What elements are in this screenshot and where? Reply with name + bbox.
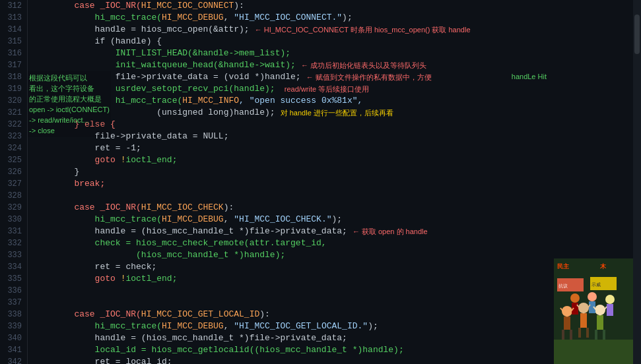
line-number: 314 — [0, 24, 22, 36]
token-punc: ): — [224, 202, 234, 212]
token-fn: check = hios_mcc_check_remote(attr.targe… — [33, 238, 327, 248]
line-number: 325 — [0, 154, 22, 166]
token-str: "HI_MCC_IOC_GET_LOCAL_ID." — [234, 321, 368, 331]
svg-text:民主: 民主 — [557, 262, 570, 270]
code-line: file->private_data = NULL; — [33, 131, 633, 142]
code-line: if (handle) { — [33, 36, 633, 47]
code-tokens: check = hios_mcc_check_remote(attr.targe… — [33, 237, 327, 249]
svg-point-15 — [588, 292, 597, 301]
cartoon-svg: 抗议 示威 民主 木 — [554, 258, 633, 364]
line-number: 316 — [0, 47, 22, 59]
svg-rect-11 — [595, 330, 597, 340]
code-tokens: INIT_LIST_HEAD(&handle->mem_list); — [33, 47, 290, 59]
code-line: } — [33, 166, 633, 178]
token-fn: hi_mcc_trace( — [33, 214, 162, 224]
svg-rect-6 — [580, 313, 587, 328]
code-tokens: break; — [33, 178, 105, 190]
line-number: 334 — [0, 261, 22, 273]
left-ann-line: open -> ioctl(CONNECT) — [29, 104, 110, 115]
code-tokens: goto !ioctl_end; — [33, 154, 177, 166]
line-number: 338 — [0, 309, 22, 320]
code-tokens: if (handle) { — [33, 36, 162, 47]
scrollbar[interactable] — [633, 0, 641, 364]
line-annotation: read/write 等后续接口使用 — [281, 83, 369, 95]
svg-text:木: 木 — [599, 263, 607, 270]
line-numbers: 3123133143153163173183193203213223233243… — [0, 0, 28, 364]
code-tokens: local_id = hios_mcc_getlocalid((hios_mcc… — [33, 344, 404, 356]
token-str: "HI_MCC_IOC_CONNECT." — [234, 13, 342, 22]
svg-rect-12 — [603, 330, 605, 340]
code-line: ret = local_id; — [33, 356, 633, 364]
code-tokens: hi_mcc_trace(HI_MCC_DEBUG, "HI_MCC_IOC_C… — [33, 12, 353, 24]
svg-rect-7 — [578, 328, 581, 338]
token-punc: , — [224, 321, 234, 331]
token-str: "HI_MCC_IOC_CHECK." — [234, 214, 331, 224]
left-ann-line: 根据这段代码可以 — [29, 73, 110, 83]
svg-rect-4 — [570, 330, 572, 340]
token-kw: goto — [33, 274, 121, 284]
code-line: ret = -1; — [33, 142, 633, 154]
code-line: case _IOC_NR(HI_MCC_IOC_CHECK): — [33, 202, 633, 214]
handle-label: handLe Hit — [510, 72, 549, 81]
code-line: case _IOC_NR(HI_MCC_IOC_CONNECT): — [33, 0, 633, 12]
line-number: 340 — [0, 332, 22, 344]
line-annotation: ← HI_MCC_IOC_CONNECT 时条用 hios_mcc_open()… — [255, 24, 471, 36]
line-number: 319 — [0, 83, 22, 95]
line-number: 337 — [0, 297, 22, 309]
line-number: 330 — [0, 214, 22, 226]
line-number: 339 — [0, 320, 22, 332]
left-ann-line: 的正常使用流程大概是 — [29, 94, 110, 104]
scrollbar-thumb[interactable] — [634, 15, 640, 54]
line-number: 323 — [0, 131, 22, 142]
svg-text:示威: 示威 — [591, 282, 601, 288]
editor-container: 3123133143153163173183193203213223233243… — [0, 0, 641, 364]
token-kw: goto — [33, 155, 121, 165]
code-tokens: handle = hios_mcc_open(&attr); — [33, 24, 250, 36]
code-line: goto !ioctl_end; — [33, 154, 633, 166]
line-number: 342 — [0, 356, 22, 364]
code-area[interactable]: case _IOC_NR(HI_MCC_IOC_CONNECT): hi_mcc… — [28, 0, 633, 364]
token-var: handle = hios_mcc_open(&attr); — [33, 24, 250, 34]
line-number: 321 — [0, 107, 22, 119]
svg-rect-10 — [597, 315, 603, 330]
code-tokens: handle = (hios_mcc_handle_t *)file->priv… — [33, 332, 347, 344]
token-macro: HI_MCC_IOC_GET_LOCAL_ID — [141, 309, 259, 319]
line-number: 328 — [0, 190, 22, 202]
code-tokens: case _IOC_NR(HI_MCC_IOC_CHECK): — [33, 202, 234, 214]
code-line: (unsigned long)handle);对 handle 进行一些配置，后… — [33, 107, 633, 119]
line-number: 313 — [0, 12, 22, 24]
code-line: hi_mcc_trace(HI_MCC_DEBUG, "HI_MCC_IOC_G… — [33, 320, 633, 332]
line-annotation: 对 handle 进行一些配置，后续再看 — [281, 107, 393, 119]
token-var: if (handle) { — [33, 36, 162, 46]
code-line — [33, 190, 633, 202]
code-line: init_waitqueue_head(&handle->wait);← 成功后… — [33, 59, 633, 71]
code-tokens: (hios_mcc_handle_t *)handle); — [33, 249, 285, 261]
code-line: } else { — [33, 119, 633, 131]
left-ann-line: -> read/write/ioct... — [29, 115, 110, 125]
token-kw: case _IOC_NR( — [33, 1, 141, 11]
line-number: 332 — [0, 237, 22, 249]
token-fn: INIT_LIST_HEAD(&handle->mem_list); — [33, 48, 290, 58]
code-tokens: init_waitqueue_head(&handle->wait); — [33, 59, 296, 71]
token-punc: ); — [332, 214, 343, 224]
cartoon-image: 抗议 示威 民主 木 — [554, 258, 633, 364]
token-punc: ): — [234, 1, 244, 11]
code-line: local_id = hios_mcc_getlocalid((hios_mcc… — [33, 344, 633, 356]
code-line — [33, 285, 633, 297]
code-line: break; — [33, 178, 633, 190]
svg-point-17 — [605, 295, 615, 304]
code-tokens: } — [33, 166, 79, 178]
svg-rect-3 — [562, 330, 564, 340]
token-fn: hi_mcc_trace( — [33, 13, 162, 22]
svg-rect-23 — [554, 340, 633, 364]
code-line: usrdev_setopt_recv_pci(handle); read/wri… — [33, 83, 633, 95]
token-var: ret = check; — [33, 262, 156, 272]
token-macro: HI_MCC_DEBUG — [162, 214, 224, 224]
token-kw: case _IOC_NR( — [33, 309, 141, 319]
token-punc: ); — [368, 321, 378, 331]
line-number: 312 — [0, 0, 22, 12]
token-punc: , — [224, 214, 234, 224]
token-fn: init_waitqueue_head(&handle->wait); — [33, 60, 296, 70]
token-fn: ioctl_end; — [125, 274, 177, 284]
left-annotation: 根据这段代码可以看出，这个字符设备的正常使用流程大概是open -> ioctl… — [28, 71, 111, 137]
